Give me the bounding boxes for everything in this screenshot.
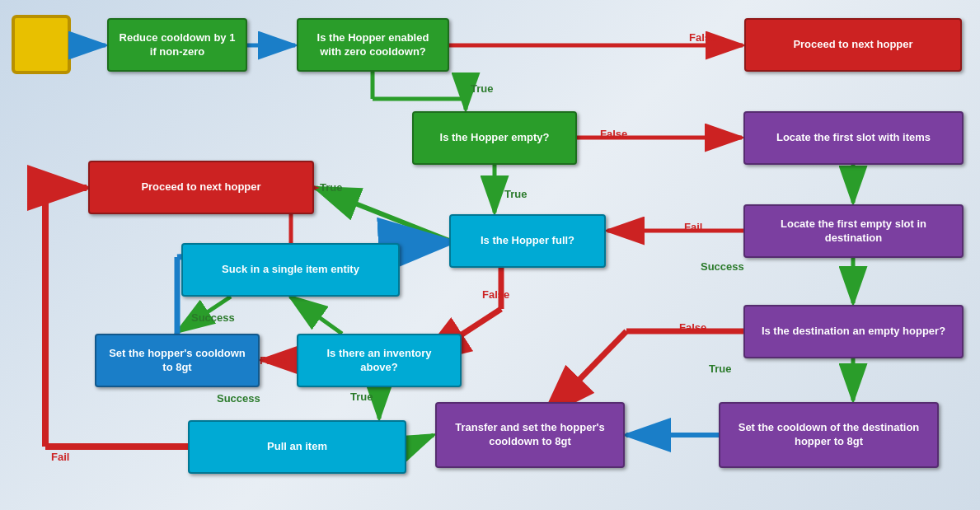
label-fail-1: Fail bbox=[684, 221, 702, 233]
label-false-1: False bbox=[689, 31, 716, 44]
svg-line-35 bbox=[290, 297, 342, 334]
node-transfer_set: Transfer and set the hopper's cooldown t… bbox=[435, 402, 625, 468]
node-proceed_next_2: Proceed to next hopper bbox=[88, 161, 314, 214]
label-true-5: True bbox=[350, 391, 373, 403]
label-true-4: True bbox=[709, 363, 731, 375]
label-false-2: False bbox=[600, 128, 627, 140]
node-is_hopper_full: Is the Hopper full? bbox=[449, 214, 606, 268]
node-reduce_cooldown: Reduce cooldown by 1 if non-zero bbox=[107, 18, 247, 72]
svg-line-14 bbox=[316, 188, 449, 241]
node-is_hopper_empty: Is the Hopper empty? bbox=[412, 111, 577, 165]
label-false-3: False bbox=[482, 288, 509, 301]
node-proceed_next_1: Proceed to next hopper bbox=[744, 18, 962, 72]
label-success-1: Success bbox=[701, 260, 744, 273]
label-false-5: False bbox=[260, 354, 287, 367]
node-locate_first_slot: Locate the first slot with items bbox=[743, 111, 964, 165]
label-false-4: False bbox=[679, 321, 706, 334]
label-true-1: True bbox=[471, 82, 493, 95]
label-true-2: True bbox=[504, 188, 527, 200]
label-success-3: Success bbox=[217, 392, 260, 405]
step-number bbox=[12, 15, 71, 74]
node-is_dest_empty_hopper: Is the destination an empty hopper? bbox=[743, 305, 964, 358]
label-success-2: Success bbox=[191, 311, 235, 324]
node-is_hopper_enabled: Is the Hopper enabled with zero cooldown… bbox=[297, 18, 449, 72]
node-set_cooldown_dest: Set the cooldown of the destination hopp… bbox=[719, 402, 939, 468]
node-is_inventory_above: Is there an inventory above? bbox=[297, 334, 462, 387]
node-locate_empty_slot: Locate the first empty slot in destinati… bbox=[743, 204, 964, 258]
label-true-3: True bbox=[320, 181, 342, 194]
svg-line-25 bbox=[406, 435, 434, 447]
node-pull_item: Pull an item bbox=[188, 420, 406, 474]
node-set_cooldown: Set the hopper's cooldown to 8gt bbox=[95, 334, 260, 387]
node-suck_item: Suck in a single item entity bbox=[181, 243, 400, 297]
label-fail-3: Fail bbox=[51, 451, 69, 463]
